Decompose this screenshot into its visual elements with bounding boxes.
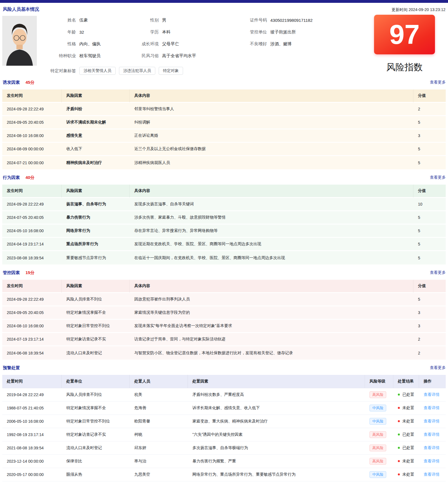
update-time: 更新时间2024-09-20 13:23:12 [390, 7, 445, 12]
view-more-link[interactable]: 查看更多 [430, 270, 446, 275]
cell-factor: “六失”诱因中的关键失控因素 [188, 428, 365, 441]
info-field-label: 民风习俗 [125, 53, 159, 59]
column-header: 分值 [413, 185, 446, 198]
info-field-value: 430502199809171182 [270, 18, 363, 23]
table-row: 2020-05-17 00:00:00眼须从热九思美空网络异常行为、重点场所异常… [2, 468, 446, 481]
cell-risk-factor: 重点场所异常行为 [62, 238, 130, 251]
cell-risk-level: 高风险 [365, 388, 393, 402]
cell-risk-factor: 特定对象情况掌握不全 [62, 306, 130, 320]
info-field-value: 坡子街派出所 [270, 29, 363, 35]
person-avatar-icon [2, 16, 37, 66]
cell-risk-factor: 特定对象访查记录不实 [62, 333, 130, 346]
view-detail-link[interactable]: 查看详情 [424, 459, 439, 463]
cell-action: 查看详情 [419, 402, 446, 415]
section-score: 15分 [26, 270, 35, 276]
cell-result: 未处置 [393, 455, 419, 468]
cell-time: 2023-12-14 00:00:00 [2, 455, 62, 468]
info-field-label: 管控单位 [233, 29, 267, 35]
cell-risk-factor: 网络异常行为 [62, 225, 130, 238]
view-detail-link[interactable]: 查看详情 [424, 445, 439, 450]
cell-risk-level: 高风险 [365, 428, 393, 441]
cell-time: 2024-09-28 22:22:49 [2, 103, 62, 116]
view-more-link[interactable]: 查看更多 [430, 175, 446, 180]
column-header: 具体内容 [130, 280, 413, 293]
cell-risk-level: 高风险 [365, 455, 393, 468]
column-header: 发生时间 [2, 89, 62, 103]
cell-time: 1992-08-19 23:17:14 [2, 428, 62, 441]
person-photo [2, 16, 37, 66]
cell-time: 2024-07-19 23:17:14 [2, 333, 62, 346]
cell-risk-factor: 暴力伤害行为 [62, 211, 130, 225]
column-header: 处置时间 [2, 375, 62, 388]
view-more-link[interactable]: 查看更多 [430, 365, 446, 370]
cell-factor: 家庭变故、重大疾病、精神疾病未及时治疗 [188, 415, 365, 428]
cell-result: 已处置 [393, 428, 419, 441]
cell-action: 查看详情 [419, 428, 446, 441]
cell-risk-factor: 特定对象日常管控不到位 [62, 320, 130, 333]
info-field-value: 涉酒、赌博 [270, 41, 363, 47]
cell-unit: 流动人口未及时登记 [62, 441, 130, 455]
view-detail-link[interactable]: 查看详情 [424, 432, 439, 437]
column-header: 发生时间 [2, 185, 62, 198]
table-row: 1992-08-19 23:17:14特定对象访查记录不实柯晓“六失”诱因中的关… [2, 428, 446, 441]
section-score: 45分 [26, 80, 35, 85]
table-row: 2024-09-28 22:22:49风险人员排查不到位因故意犯罪被作出刑事判决… [2, 293, 446, 306]
section-head: 预警处置 查看更多 [2, 364, 446, 372]
cell-content: 发现多次扬言滋事、自杀等关键词 [130, 198, 413, 211]
cell-risk-factor: 感情失意 [62, 129, 130, 143]
cell-content: 涉多次伤害、家庭暴力、斗殴、故意损毁财物等警情 [130, 211, 413, 225]
cell-person: 欧阳青馨 [130, 415, 188, 428]
view-detail-link[interactable]: 查看详情 [424, 419, 439, 423]
cell-content: 正在诉讼离婚 [130, 129, 413, 143]
cell-person: 柯晓 [130, 428, 188, 441]
status-dot-icon [398, 420, 400, 422]
tags-label: 特定对象标签 [43, 68, 76, 74]
info-grid: 姓名伍豪性别男证件号码430502199809171182年龄32学历本科管控单… [43, 14, 363, 62]
status-text: 未处置 [402, 419, 414, 423]
cell-factor: 暴力伤害行为频繁、严重 [188, 455, 365, 468]
cell-score: 3 [413, 129, 446, 143]
cell-score: 2 [413, 346, 446, 360]
table-row: 2023-12-14 00:00:00保律非比率与治暴力伤害行为频繁、严重高风险… [2, 455, 446, 468]
cell-score: 5 [413, 238, 446, 251]
table-row: 2024-07-05 20:40:05暴力伤害行为涉多次伤害、家庭暴力、斗殴、故… [2, 211, 446, 225]
cell-risk-level: 中风险 [365, 415, 393, 428]
status-dot-icon [398, 433, 400, 435]
column-header: 分值 [413, 89, 446, 103]
view-more-link[interactable]: 查看更多 [430, 80, 446, 85]
column-header: 处置因素 [188, 375, 365, 388]
info-field-label: 性别 [125, 18, 159, 23]
cell-factor: 矛盾纠纷次数多、严重程度高 [188, 388, 365, 402]
column-header: 具体内容 [130, 89, 413, 103]
view-detail-link[interactable]: 查看详情 [424, 405, 439, 410]
cell-action: 查看详情 [419, 468, 446, 481]
cell-score: 5 [413, 211, 446, 225]
view-detail-link[interactable]: 查看详情 [424, 392, 439, 397]
cell-time: 1988-07-05 21:40:05 [2, 402, 62, 415]
cell-risk-factor: 诉求不满或长期未化解 [62, 116, 130, 129]
table-header-row: 发生时间风险因素具体内容分值 [2, 89, 446, 103]
column-header: 风险因素 [62, 89, 130, 103]
section-score: 40分 [26, 175, 35, 180]
info-field-label: 不良嗜好 [233, 41, 267, 47]
cell-time: 2024-08-10 16:08:00 [2, 320, 62, 333]
view-detail-link[interactable]: 查看详情 [424, 472, 439, 477]
risk-level-badge: 高风险 [370, 458, 386, 465]
table-row: 2024-08-10 16:08:00感情失意正在诉讼离婚3 [2, 129, 446, 143]
cell-content: 纠纷调解 [130, 116, 413, 129]
table-row: 2019-04-28 22:22:49风险人员排查不到位杭美矛盾纠纷次数多、严重… [2, 388, 446, 402]
cell-content: 发现近期在党政机关、学校、医院、景区、商圈等同一地点周边多次出现 [130, 238, 413, 251]
update-time-label: 更新时间 [392, 7, 407, 12]
cell-time: 2021-08-08 18:39:54 [2, 441, 62, 455]
info-field-value: 高于全省平均水平 [162, 53, 230, 59]
cell-time: 2024-04-19 23:17:14 [2, 238, 62, 251]
disposal-table: 处置时间处置单位处置人员处置因素风险等级处置结果操作 2019-04-28 22… [2, 375, 446, 481]
cell-factor: 网络异常行为、重点场所异常行为、重要敏感节点异常行为 [188, 468, 365, 481]
cell-content: 发现未落实“每半年全面走访考察一次特定对象”基本要求 [130, 320, 413, 333]
cell-unit: 眼须从热 [62, 468, 130, 481]
update-time-value: 2024-09-20 13:23:12 [409, 7, 445, 12]
cell-time: 2019-04-28 22:22:49 [2, 388, 62, 402]
column-header: 风险因素 [62, 185, 130, 198]
column-header: 风险等级 [365, 375, 393, 388]
cell-time: 2024-05-10 16:08:00 [2, 225, 62, 238]
